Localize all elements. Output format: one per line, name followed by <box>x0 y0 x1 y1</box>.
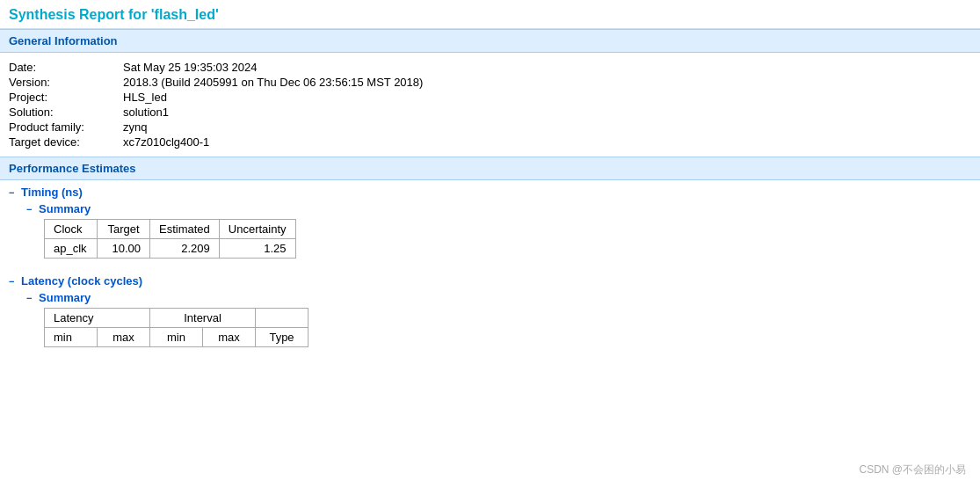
info-value: xc7z010clg400-1 <box>123 135 209 149</box>
timing-toggle: − <box>9 187 14 198</box>
latency-summary-label: Summary <box>39 291 91 304</box>
latency-sub-type: Type <box>256 328 309 347</box>
info-row: Version:2018.3 (Build 2405991 on Thu Dec… <box>9 75 971 90</box>
info-row: Date:Sat May 25 19:35:03 2024 <box>9 60 971 75</box>
general-info-header: General Information <box>0 29 980 53</box>
latency-summary-collapse[interactable]: − Summary <box>26 291 971 304</box>
timing-row-uncertainty: 1.25 <box>219 239 295 259</box>
latency-sub-max1: max <box>98 328 150 347</box>
timing-summary-section: − Summary Clock Target Estimated Uncerta… <box>9 202 971 259</box>
timing-collapse[interactable]: − Timing (ns) <box>9 186 971 199</box>
table-row: ap_clk 10.00 2.209 1.25 <box>45 239 296 259</box>
timing-label: Timing (ns) <box>21 186 83 199</box>
timing-row-target: 10.00 <box>98 239 150 259</box>
info-row: Project:HLS_led <box>9 90 971 105</box>
timing-col-target: Target <box>98 220 150 239</box>
info-value: zynq <box>123 120 147 134</box>
info-label: Date: <box>9 61 123 74</box>
page-title: Synthesis Report for 'flash_led' <box>0 0 980 29</box>
performance-estimates-header: Performance Estimates <box>0 157 980 180</box>
latency-summary-section: − Summary Latency Interval min max min m… <box>9 291 971 347</box>
timing-summary-table: Clock Target Estimated Uncertainty ap_cl… <box>44 219 296 259</box>
info-value: solution1 <box>123 106 169 119</box>
timing-section: − Timing (ns) − Summary Clock Target Est… <box>0 180 980 269</box>
timing-summary-label: Summary <box>39 202 91 215</box>
page-wrapper: Synthesis Report for 'flash_led' General… <box>0 0 980 358</box>
info-label: Target device: <box>9 135 123 149</box>
info-label: Project: <box>9 91 123 104</box>
info-row: Solution:solution1 <box>9 105 971 120</box>
info-row: Target device:xc7z010clg400-1 <box>9 135 971 149</box>
latency-toggle: − <box>9 276 14 287</box>
info-value: HLS_led <box>123 91 167 104</box>
latency-sub-min1: min <box>45 328 98 347</box>
latency-summary-table: Latency Interval min max min max Type <box>44 308 309 347</box>
latency-col-empty <box>256 309 309 328</box>
info-label: Product family: <box>9 120 123 134</box>
latency-section: − Latency (clock cycles) − Summary Laten… <box>0 269 980 358</box>
latency-col-latency: Latency <box>45 309 150 328</box>
latency-sub-min2: min <box>150 328 203 347</box>
watermark: CSDN @不会困的小易 <box>859 463 966 477</box>
latency-collapse[interactable]: − Latency (clock cycles) <box>9 274 971 288</box>
info-value: Sat May 25 19:35:03 2024 <box>123 61 258 74</box>
latency-col-interval: Interval <box>150 309 256 328</box>
timing-row-estimated: 2.209 <box>150 239 220 259</box>
timing-col-uncertainty: Uncertainty <box>219 220 295 239</box>
latency-label: Latency (clock cycles) <box>21 274 142 288</box>
info-row: Product family:zynq <box>9 120 971 135</box>
timing-col-estimated: Estimated <box>150 220 220 239</box>
info-label: Version: <box>9 76 123 89</box>
timing-summary-collapse[interactable]: − Summary <box>26 202 971 215</box>
latency-summary-toggle: − <box>26 293 32 303</box>
timing-row-clock: ap_clk <box>45 239 98 259</box>
latency-sub-max2: max <box>203 328 256 347</box>
info-label: Solution: <box>9 106 123 119</box>
timing-summary-toggle: − <box>26 204 32 215</box>
timing-col-clock: Clock <box>45 220 98 239</box>
info-value: 2018.3 (Build 2405991 on Thu Dec 06 23:5… <box>123 76 423 89</box>
general-info-table: Date:Sat May 25 19:35:03 2024Version:201… <box>0 53 980 157</box>
